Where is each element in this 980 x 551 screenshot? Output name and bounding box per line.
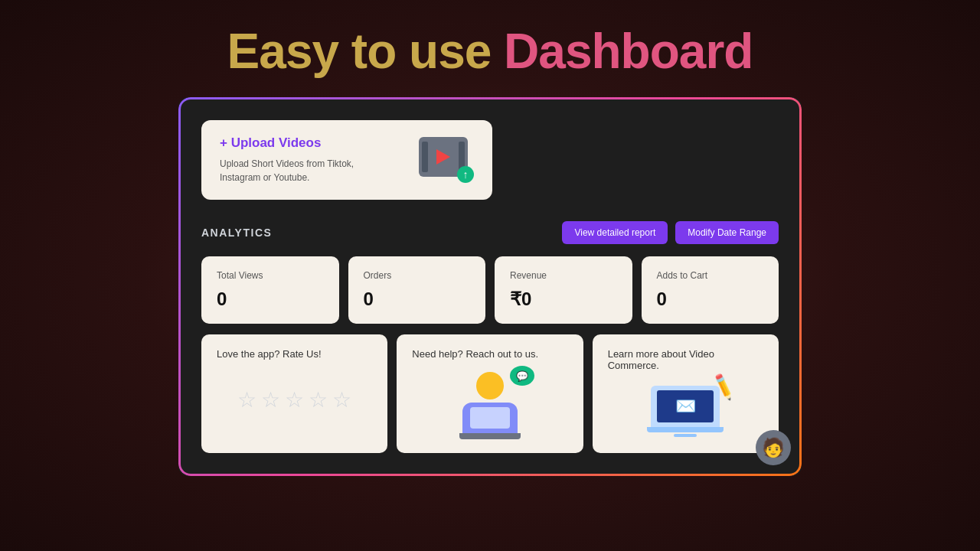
stat-label-revenue: Revenue [510, 270, 617, 281]
stat-label-orders: Orders [364, 270, 471, 281]
modify-date-button[interactable]: Modify Date Range [675, 221, 779, 244]
view-report-button[interactable]: View detailed report [562, 221, 668, 244]
title-highlight-text: Dashboard [504, 24, 753, 79]
upload-description: Upload Short Videos from Tiktok, Instagr… [220, 157, 373, 184]
video-commerce-card: Learn more about Video Commerce. ✏️ ✉️ [593, 334, 779, 453]
support-title: Need help? Reach out to us. [412, 348, 538, 360]
avatar: 🧑 [756, 430, 791, 465]
stat-value-views: 0 [217, 289, 324, 310]
analytics-header: ANALYTICS View detailed report Modify Da… [201, 221, 779, 244]
star-3[interactable]: ☆ [285, 387, 304, 412]
star-1[interactable]: ☆ [237, 387, 256, 412]
laptop-keyboard [470, 407, 510, 429]
envelope-icon: ✉️ [657, 390, 714, 422]
stat-card-orders: Orders 0 [348, 256, 486, 324]
video-commerce-title: Learn more about Video Commerce. [608, 348, 763, 371]
upload-button[interactable]: + Upload Videos [220, 135, 373, 151]
support-card: Need help? Reach out to us. 💬 [397, 334, 583, 453]
stat-label-views: Total Views [217, 270, 324, 281]
rate-us-title: Love the app? Rate Us! [217, 348, 322, 360]
upload-icon: ↑ [419, 137, 474, 183]
star-2[interactable]: ☆ [261, 387, 280, 412]
stat-value-cart: 0 [657, 289, 764, 310]
person-body [462, 403, 518, 433]
speech-bubble-icon: 💬 [510, 366, 534, 386]
rate-us-card: Love the app? Rate Us! ☆ ☆ ☆ ☆ ☆ [201, 334, 387, 453]
upload-badge-icon: ↑ [457, 166, 474, 183]
stat-card-views: Total Views 0 [201, 256, 339, 324]
stars-rating[interactable]: ☆ ☆ ☆ ☆ ☆ [237, 387, 351, 412]
upload-card-left: + Upload Videos Upload Short Videos from… [220, 135, 373, 184]
stat-card-cart: Adds to Cart 0 [642, 256, 779, 324]
stat-label-cart: Adds to Cart [657, 270, 764, 281]
dashboard-container: + Upload Videos Upload Short Videos from… [176, 95, 804, 478]
laptop-bottom-bar [647, 427, 724, 432]
bottom-grid: Love the app? Rate Us! ☆ ☆ ☆ ☆ ☆ Need he… [201, 334, 779, 453]
analytics-buttons: View detailed report Modify Date Range [562, 221, 779, 244]
laptop-foot [674, 434, 697, 437]
stat-value-orders: 0 [364, 289, 471, 310]
star-4[interactable]: ☆ [309, 387, 328, 412]
video-commerce-illustration: ✏️ ✉️ [608, 383, 763, 439]
stats-grid: Total Views 0 Orders 0 Revenue ₹0 Adds t… [201, 256, 779, 324]
stat-card-revenue: Revenue ₹0 [495, 256, 632, 324]
star-5[interactable]: ☆ [332, 387, 351, 412]
play-icon [436, 149, 450, 165]
support-illustration: 💬 [412, 372, 567, 439]
person-head [476, 372, 504, 399]
laptop-base [459, 433, 521, 439]
title-normal-text: Easy to use [227, 24, 505, 79]
upload-card: + Upload Videos Upload Short Videos from… [201, 120, 492, 200]
stat-value-revenue: ₹0 [510, 289, 617, 310]
analytics-label: ANALYTICS [201, 227, 272, 239]
page-title: Easy to use Dashboard [227, 23, 753, 80]
